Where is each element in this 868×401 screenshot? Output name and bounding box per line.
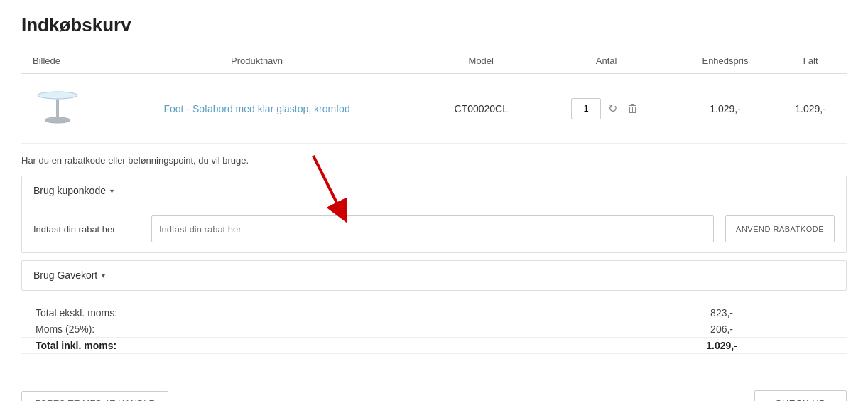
total-incl-label: Total inkl. moms:	[21, 338, 582, 354]
coupon-input[interactable]	[151, 215, 714, 242]
total-excl-row: Total ekskl. moms: 823,-	[21, 305, 847, 321]
gift-section: Brug Gavekort ▾	[21, 260, 847, 291]
bottom-buttons: FORTSÆT MED AT HANDLE CHECK UD	[21, 380, 847, 401]
gift-header-label: Brug Gavekort	[33, 269, 97, 281]
totals-area: Total ekskl. moms: 823,- Moms (25%): 206…	[21, 305, 847, 365]
svg-rect-1	[56, 99, 59, 119]
col-header-model: Model	[425, 48, 536, 74]
total-excl-label: Total ekskl. moms:	[21, 305, 582, 321]
coupon-section: Brug kuponkode ▾ Indtast din rabat her A…	[21, 176, 847, 253]
table-row: Foot - Sofabord med klar glastop, kromfo…	[21, 74, 847, 144]
vat-label: Moms (25%):	[21, 321, 582, 338]
col-header-image: Billede	[21, 48, 88, 74]
unit-price-cell: 1.029,-	[676, 74, 774, 144]
vat-value: 206,-	[582, 321, 847, 338]
delete-button[interactable]: 🗑	[624, 101, 641, 117]
coupon-header[interactable]: Brug kuponkode ▾	[22, 176, 846, 205]
product-qty-cell: ↻ 🗑	[536, 74, 676, 144]
promo-text: Har du en rabatkode eller belønningspoin…	[21, 155, 847, 166]
product-model-cell: CT00020CL	[425, 74, 536, 144]
row-total-cell: 1.029,-	[774, 74, 847, 144]
coupon-header-label: Brug kuponkode	[33, 185, 106, 196]
gift-header[interactable]: Brug Gavekort ▾	[22, 261, 846, 290]
coupon-label: Indtast din rabat her	[33, 224, 140, 235]
product-link[interactable]: Foot - Sofabord med klar glastop, kromfo…	[163, 103, 349, 114]
product-image-cell	[21, 74, 88, 144]
svg-point-0	[38, 92, 77, 99]
quantity-input[interactable]	[571, 98, 601, 119]
col-header-price: Enhedspris	[676, 48, 774, 74]
total-incl-value: 1.029,-	[582, 338, 847, 354]
continue-shopping-button[interactable]: FORTSÆT MED AT HANDLE	[21, 391, 168, 402]
product-name-cell: Foot - Sofabord med klar glastop, kromfo…	[88, 74, 425, 144]
col-header-total: I alt	[774, 48, 847, 74]
checkout-button[interactable]: CHECK UD	[754, 390, 847, 401]
cart-table: Billede Produktnavn Model Antal Enhedspr…	[21, 48, 847, 144]
product-image	[33, 82, 82, 132]
col-header-product: Produktnavn	[88, 48, 425, 74]
total-excl-value: 823,-	[582, 305, 847, 321]
gift-chevron-icon: ▾	[102, 272, 105, 279]
coupon-chevron-icon: ▾	[110, 187, 114, 195]
apply-coupon-button[interactable]: ANVEND RABATKODE	[725, 215, 835, 242]
total-incl-row: Total inkl. moms: 1.029,-	[21, 338, 847, 354]
col-header-qty: Antal	[536, 48, 676, 74]
svg-rect-4	[53, 117, 63, 121]
page-title: Indkøbskurv	[21, 14, 847, 36]
coupon-body: Indtast din rabat her ANVEND RABATKODE	[22, 205, 846, 252]
refresh-button[interactable]: ↻	[605, 100, 620, 117]
totals-table: Total ekskl. moms: 823,- Moms (25%): 206…	[21, 305, 847, 354]
vat-row: Moms (25%): 206,-	[21, 321, 847, 338]
